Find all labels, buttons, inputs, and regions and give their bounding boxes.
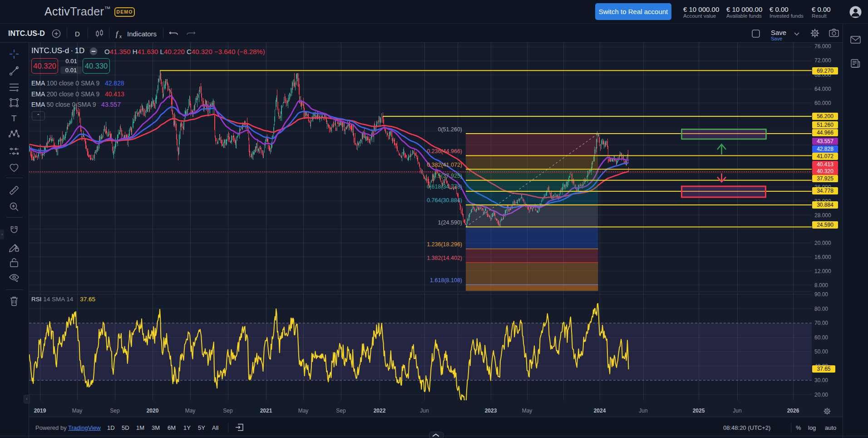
svg-text:1.382(14.402): 1.382(14.402)	[427, 255, 462, 261]
svg-text:x: x	[119, 34, 122, 39]
svg-text:0.382(41.072): 0.382(41.072)	[427, 162, 462, 168]
svg-text:f: f	[116, 30, 119, 38]
svg-text:0.618(34.778): 0.618(34.778)	[427, 184, 462, 190]
svg-text:0.5(37.925): 0.5(37.925)	[433, 173, 462, 179]
svg-text:1.764(4.214): 1.764(4.214)	[430, 291, 462, 297]
svg-text:1.618(8.108): 1.618(8.108)	[430, 277, 462, 284]
svg-text:0.764(30.884): 0.764(30.884)	[427, 197, 462, 204]
svg-text:0.236(44.966): 0.236(44.966)	[427, 148, 462, 154]
svg-text:1(24.590): 1(24.590)	[438, 219, 462, 226]
svg-text:0(51.260): 0(51.260)	[438, 126, 462, 133]
svg-text:1.236(18.296): 1.236(18.296)	[427, 241, 462, 248]
